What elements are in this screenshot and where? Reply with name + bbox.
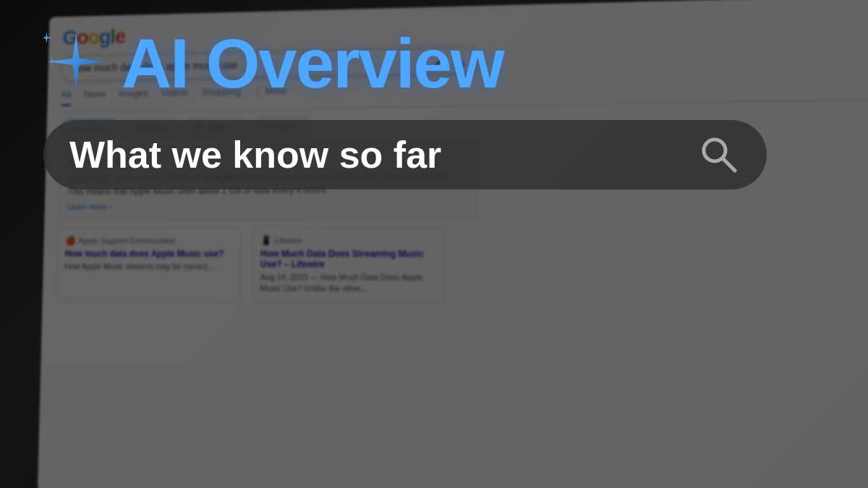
svg-line-1 bbox=[723, 158, 735, 171]
foreground-content: AI Overview What we know so far bbox=[0, 0, 868, 488]
search-bar-overlay: What we know so far bbox=[43, 120, 767, 189]
subtitle-text: What we know so far bbox=[69, 133, 697, 176]
sparkle-icon bbox=[43, 31, 109, 96]
ai-overview-title-text: AI Overview bbox=[122, 29, 503, 98]
ai-overview-logo-row: AI Overview bbox=[43, 29, 503, 98]
search-icon bbox=[697, 133, 741, 176]
